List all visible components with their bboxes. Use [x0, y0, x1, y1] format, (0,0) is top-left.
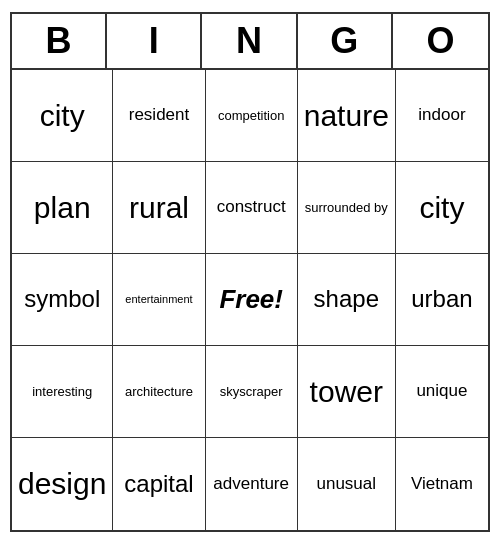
bingo-cell-22[interactable]: adventure	[206, 438, 298, 530]
bingo-cell-17[interactable]: skyscraper	[206, 346, 298, 438]
bingo-cell-19[interactable]: unique	[396, 346, 488, 438]
bingo-cell-16[interactable]: architecture	[113, 346, 205, 438]
cell-text-9: city	[419, 190, 464, 226]
cell-text-24: Vietnam	[411, 474, 473, 494]
cell-text-14: urban	[411, 285, 472, 314]
bingo-header: BINGO	[12, 14, 488, 70]
cell-text-3: nature	[304, 98, 389, 134]
cell-text-16: architecture	[125, 384, 193, 400]
bingo-cell-10[interactable]: symbol	[12, 254, 113, 346]
bingo-cell-0[interactable]: city	[12, 70, 113, 162]
bingo-cell-6[interactable]: rural	[113, 162, 205, 254]
cell-text-0: city	[40, 98, 85, 134]
bingo-cell-1[interactable]: resident	[113, 70, 205, 162]
cell-text-2: competition	[218, 108, 284, 124]
bingo-cell-11[interactable]: entertainment	[113, 254, 205, 346]
cell-text-23: unusual	[317, 474, 377, 494]
bingo-cell-2[interactable]: competition	[206, 70, 298, 162]
bingo-cell-9[interactable]: city	[396, 162, 488, 254]
header-letter-g: G	[298, 14, 393, 68]
cell-text-21: capital	[124, 470, 193, 499]
bingo-grid: cityresidentcompetitionnatureindoorplanr…	[12, 70, 488, 530]
bingo-cell-12[interactable]: Free!	[206, 254, 298, 346]
bingo-cell-13[interactable]: shape	[298, 254, 396, 346]
cell-text-12: Free!	[219, 284, 283, 315]
header-letter-i: I	[107, 14, 202, 68]
cell-text-5: plan	[34, 190, 91, 226]
cell-text-4: indoor	[418, 105, 465, 125]
header-letter-o: O	[393, 14, 488, 68]
cell-text-22: adventure	[213, 474, 289, 494]
cell-text-20: design	[18, 466, 106, 502]
bingo-cell-23[interactable]: unusual	[298, 438, 396, 530]
cell-text-7: construct	[217, 197, 286, 217]
cell-text-13: shape	[314, 285, 379, 314]
header-letter-n: N	[202, 14, 297, 68]
header-letter-b: B	[12, 14, 107, 68]
cell-text-17: skyscraper	[220, 384, 283, 400]
cell-text-8: surrounded by	[305, 200, 388, 216]
bingo-card: BINGO cityresidentcompetitionnatureindoo…	[10, 12, 490, 532]
bingo-cell-7[interactable]: construct	[206, 162, 298, 254]
cell-text-10: symbol	[24, 285, 100, 314]
bingo-cell-14[interactable]: urban	[396, 254, 488, 346]
cell-text-19: unique	[416, 381, 467, 401]
cell-text-15: interesting	[32, 384, 92, 400]
bingo-cell-3[interactable]: nature	[298, 70, 396, 162]
bingo-cell-20[interactable]: design	[12, 438, 113, 530]
bingo-cell-4[interactable]: indoor	[396, 70, 488, 162]
bingo-cell-18[interactable]: tower	[298, 346, 396, 438]
bingo-cell-21[interactable]: capital	[113, 438, 205, 530]
bingo-cell-5[interactable]: plan	[12, 162, 113, 254]
cell-text-1: resident	[129, 105, 189, 125]
bingo-cell-8[interactable]: surrounded by	[298, 162, 396, 254]
bingo-cell-24[interactable]: Vietnam	[396, 438, 488, 530]
cell-text-6: rural	[129, 190, 189, 226]
cell-text-11: entertainment	[125, 293, 192, 306]
bingo-cell-15[interactable]: interesting	[12, 346, 113, 438]
cell-text-18: tower	[310, 374, 383, 410]
